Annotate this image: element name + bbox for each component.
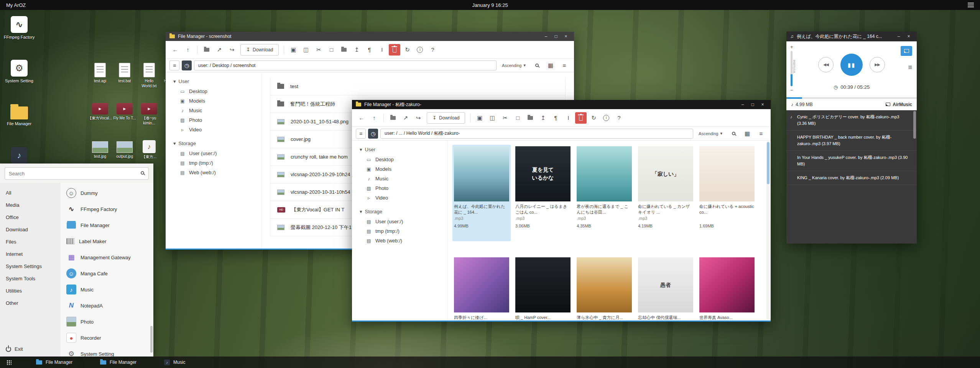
open-button[interactable] [387, 112, 399, 124]
new-file-button[interactable] [512, 112, 523, 124]
desktop-file-icon[interactable]: Hello World.txt [137, 61, 161, 99]
back-button[interactable] [169, 44, 181, 56]
app-list-item[interactable]: NotepadA [61, 298, 153, 314]
sidebar-item[interactable]: Photo [360, 183, 447, 193]
desktop-file-icon[interactable]: 【春~yu kimin... [137, 99, 161, 137]
search-button[interactable] [531, 60, 543, 71]
close-button[interactable] [904, 33, 913, 40]
upload-button[interactable] [351, 44, 362, 56]
app-list-item[interactable]: Photo [61, 314, 153, 330]
search-input[interactable] [5, 167, 149, 180]
copy-button[interactable] [300, 44, 312, 56]
brand[interactable]: My ArOZ [6, 2, 26, 8]
category-item[interactable]: Files [0, 236, 61, 248]
apps-grid-button[interactable] [0, 357, 18, 368]
export-button[interactable] [400, 112, 411, 124]
sidebar-item[interactable]: Models [360, 164, 447, 174]
playlist-item[interactable]: HAPPY BIRTHDAY _ back number cover. by 柘… [786, 131, 917, 151]
hamburger-icon[interactable] [968, 3, 974, 7]
upload-button[interactable] [537, 112, 549, 124]
desktop-file-icon[interactable]: Fly Me To T... [112, 99, 137, 137]
trash-button[interactable] [389, 44, 400, 56]
paste-button[interactable] [288, 44, 299, 56]
copy-button[interactable] [487, 112, 498, 124]
app-list-item[interactable]: System Setting [61, 346, 153, 357]
scrollbar-thumb[interactable] [767, 142, 770, 184]
format-button[interactable] [363, 44, 375, 56]
category-item[interactable]: Internet [0, 248, 61, 260]
app-list-item[interactable]: Dummy [61, 185, 153, 201]
next-track-button[interactable] [870, 57, 885, 72]
desktop-file-icon[interactable]: test.bat [112, 61, 137, 99]
app-list-item[interactable]: Recorder [61, 330, 153, 346]
recent-button[interactable] [368, 129, 378, 139]
minimize-button[interactable] [542, 33, 550, 40]
file-tile[interactable]: 世界寿真 Avaso... [698, 256, 756, 321]
title-bar[interactable]: 例えば、今此処に置かれた花に _ 164 c... [786, 31, 917, 41]
grid-view-button[interactable] [545, 60, 556, 71]
sidebar-toggle-button[interactable] [169, 61, 179, 70]
desktop-file-icon[interactable]: test.agi [88, 61, 112, 99]
trash-button[interactable] [575, 112, 587, 124]
file-tile[interactable]: 四季折々に擡げ... [452, 256, 511, 321]
maximize-button[interactable] [552, 33, 560, 40]
sidebar-item[interactable]: Web (web:/) [173, 168, 261, 177]
category-item[interactable]: Other [0, 297, 61, 309]
taskbar-item[interactable]: File Manager [92, 357, 145, 368]
sidebar-item[interactable]: User (user:/) [360, 217, 447, 226]
rename-button[interactable] [562, 112, 574, 124]
playlist-item[interactable]: Cynic _ ポリスピカデリー cover. by 柘榴-zakuro-.mp… [786, 110, 917, 131]
export-button[interactable] [214, 44, 225, 56]
playlist-item[interactable]: KING _ Kanaria cover. by 柘榴-zakuro-.mp3 … [786, 171, 917, 185]
taskbar-item[interactable]: File Manager [28, 357, 81, 368]
rename-button[interactable] [376, 44, 388, 56]
playlist-item[interactable]: In Your Hands _ yusukeP cover. by 柘榴-zak… [786, 151, 917, 171]
recent-button[interactable] [182, 61, 192, 70]
file-tile[interactable]: 「寂しい」 命に嫌われている _ カンザキイオリ ... .mp3 4.19MB [636, 145, 695, 241]
sort-select[interactable]: Ascending [499, 61, 529, 70]
scrollbar-thumb[interactable] [150, 326, 153, 353]
scrollbar-thumb[interactable] [913, 111, 916, 139]
path-input[interactable]: user: / Desktop / screenshot [194, 61, 497, 70]
desktop-file-icon[interactable]: 【東方Vocal... [88, 99, 112, 137]
app-list-item[interactable]: FFmpeg Factory [61, 201, 153, 217]
file-tile[interactable]: 夏を見て いるかな 八月のレイニー _ はるまきごはん co... .mp3 3… [514, 145, 572, 241]
file-tile[interactable]: 例えば、今此処に置かれた花に _ 164... .mp3 4.99MB [452, 145, 511, 241]
maximize-button[interactable] [748, 101, 757, 108]
sidebar-item[interactable]: Photo [173, 115, 261, 125]
title-bar[interactable]: File Manager - screenshot [166, 32, 574, 41]
app-list-item[interactable]: Management Gateway [61, 249, 153, 265]
download-button[interactable]: Download [240, 44, 279, 56]
info-button[interactable] [414, 44, 426, 56]
category-item[interactable]: All [0, 186, 61, 199]
file-tile[interactable]: 命に嫌われている + acoustic co... 1.69MB [698, 145, 756, 241]
taskbar-item[interactable]: Music [156, 357, 194, 368]
sidebar-item[interactable]: Music [173, 106, 261, 115]
file-tile[interactable]: 唄 _ HamP cover... [514, 256, 572, 321]
share-button[interactable] [413, 112, 424, 124]
sidebar-item[interactable]: tmp (tmp:/) [360, 226, 447, 236]
paste-button[interactable] [474, 112, 485, 124]
sidebar-item[interactable]: Desktop [360, 155, 447, 164]
close-button[interactable] [562, 33, 570, 40]
scrollbar[interactable] [766, 141, 770, 320]
sort-select[interactable]: Ascending [696, 129, 725, 139]
pause-button[interactable] [840, 54, 863, 76]
sidebar-item[interactable]: User (user:/) [173, 149, 261, 158]
app-list-item[interactable]: Label Maker [61, 233, 153, 249]
close-button[interactable] [758, 101, 767, 108]
search-button[interactable] [728, 128, 739, 139]
file-tile[interactable]: 薄ら氷心中 _ 貴方に月... [575, 256, 633, 321]
format-button[interactable] [550, 112, 561, 124]
minimize-button[interactable] [894, 33, 903, 40]
sidebar-section-storage[interactable]: Storage [173, 141, 261, 146]
category-item[interactable]: Office [0, 211, 61, 223]
cut-button[interactable] [499, 112, 511, 124]
volume-up-icon[interactable] [790, 44, 793, 49]
new-folder-button[interactable] [338, 44, 350, 56]
open-button[interactable] [201, 44, 212, 56]
category-item[interactable]: Download [0, 223, 61, 236]
help-button[interactable] [613, 112, 625, 124]
up-button[interactable] [182, 44, 194, 56]
sidebar-toggle-button[interactable] [356, 129, 366, 139]
